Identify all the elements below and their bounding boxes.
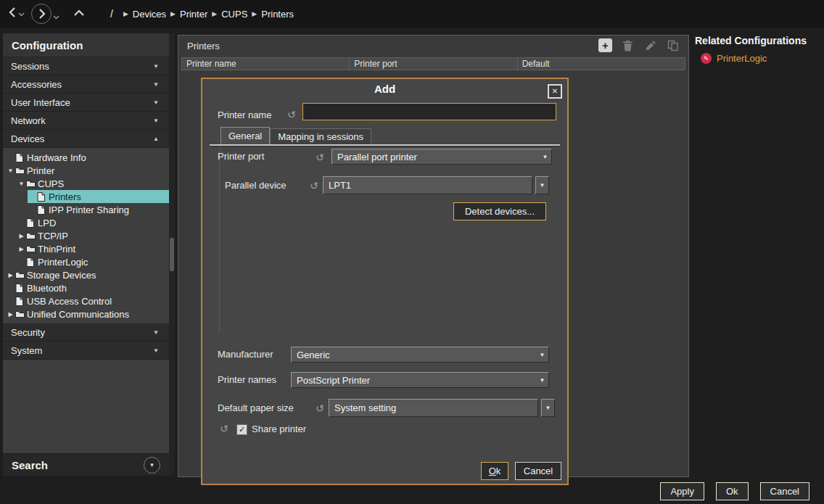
printers-table-header: Printer name Printer port Default: [181, 57, 685, 70]
devices-tree: Hardware Info ▼ Printer ▼ CUPS Printers …: [3, 148, 169, 323]
share-printer-checkbox[interactable]: ✓: [236, 424, 247, 435]
tree-item-hardware-info[interactable]: Hardware Info: [6, 151, 169, 164]
footer-buttons: Apply Ok Cancel: [660, 482, 809, 500]
breadcrumb-printer[interactable]: Printer: [180, 9, 207, 20]
folder-icon: [15, 167, 27, 175]
detect-devices-button[interactable]: Detect devices...: [453, 202, 546, 220]
tree-item-tcpip[interactable]: ▶ TCP/IP: [17, 229, 169, 242]
related-item-printerlogic[interactable]: ✎ PrinterLogic: [695, 53, 824, 64]
chevron-down-icon: ▼: [153, 347, 159, 354]
sidebar-section-sessions[interactable]: Sessions ▼: [3, 57, 169, 75]
search-expand-button[interactable]: ▼: [144, 457, 160, 474]
dialog-ok-button[interactable]: Ok: [481, 462, 508, 480]
paper-size-dropdown-button[interactable]: ▼: [541, 399, 555, 417]
breadcrumb-separator-icon: ▶: [170, 10, 176, 17]
chevron-down-icon: ▼: [153, 117, 159, 124]
printer-port-dropdown[interactable]: Parallel port printer ▼: [331, 149, 552, 165]
tree-item-storage-devices[interactable]: ▶ Storage Devices: [6, 268, 169, 281]
forward-button[interactable]: [31, 4, 59, 24]
dialog-title: Add: [202, 83, 567, 95]
tab-general[interactable]: General: [221, 127, 270, 144]
breadcrumb-separator-icon: ▶: [252, 10, 257, 17]
sidebar-scrollbar[interactable]: [169, 33, 175, 476]
reset-icon[interactable]: ↺: [220, 423, 228, 434]
chevron-right-icon[interactable]: ▶: [6, 272, 15, 278]
back-button[interactable]: [7, 7, 25, 21]
printer-names-label: Printer names: [218, 372, 276, 388]
tree-item-thinprint[interactable]: ▶ ThinPrint: [17, 242, 169, 255]
breadcrumb-separator-icon: ▶: [212, 10, 217, 17]
chevron-down-icon[interactable]: ▼: [6, 168, 15, 174]
sidebar-section-devices[interactable]: Devices ▲: [3, 130, 169, 148]
duplicate-button[interactable]: [666, 38, 680, 52]
chevron-right-icon[interactable]: ▶: [17, 246, 26, 252]
tree-item-unified-communications[interactable]: ▶ Unified Communications: [6, 307, 169, 321]
chevron-down-icon: ▼: [153, 81, 159, 88]
breadcrumb-root[interactable]: /: [110, 8, 113, 20]
column-printer-port[interactable]: Printer port: [350, 57, 517, 70]
sidebar-section-system[interactable]: System ▼: [3, 342, 169, 360]
document-icon: [15, 284, 27, 293]
parallel-device-combo[interactable]: LPT1: [323, 176, 532, 194]
chevron-down-icon[interactable]: ▼: [17, 181, 26, 187]
chevron-right-icon: [31, 4, 52, 24]
tree-item-printers[interactable]: Printers: [28, 190, 169, 203]
tree-item-printer[interactable]: ▼ Printer: [6, 164, 169, 177]
paper-size-label: Default paper size: [218, 400, 294, 416]
section-label: User Interface: [11, 97, 70, 108]
reset-icon[interactable]: ↺: [310, 180, 318, 191]
parallel-device-dropdown-button[interactable]: ▼: [535, 176, 549, 194]
apply-button[interactable]: Apply: [660, 482, 704, 500]
tree-item-bluetooth[interactable]: Bluetooth: [6, 281, 169, 294]
add-dialog: Add ✕ Printer name ↺ General Mapping in …: [201, 78, 569, 485]
chevron-down-icon: [18, 7, 25, 20]
up-button[interactable]: [73, 7, 85, 20]
document-icon: [15, 153, 27, 162]
chevron-down-icon: ▼: [539, 154, 551, 160]
close-icon[interactable]: ✕: [548, 84, 562, 99]
manufacturer-dropdown[interactable]: Generic ▼: [291, 347, 549, 363]
add-button[interactable]: +: [598, 38, 612, 52]
folder-icon: [15, 310, 27, 318]
section-label: System: [11, 345, 42, 356]
tree-item-lpd[interactable]: LPD: [17, 216, 169, 229]
printer-port-label: Printer port: [218, 149, 264, 165]
document-icon: [26, 218, 38, 228]
breadcrumb-cups[interactable]: CUPS: [221, 9, 247, 20]
breadcrumb-printers[interactable]: Printers: [261, 9, 294, 20]
breadcrumb-devices[interactable]: Devices: [133, 9, 166, 20]
chevron-right-icon[interactable]: ▶: [17, 233, 26, 239]
sidebar-section-network[interactable]: Network ▼: [3, 112, 169, 130]
sidebar-section-security[interactable]: Security ▼: [3, 323, 169, 342]
edit-button[interactable]: [643, 38, 657, 52]
share-printer-label: Share printer: [252, 421, 306, 437]
dialog-cancel-button[interactable]: Cancel: [515, 462, 561, 480]
column-default[interactable]: Default: [518, 57, 685, 70]
sidebar-section-accessories[interactable]: Accessories ▼: [3, 75, 169, 94]
ok-button[interactable]: Ok: [716, 482, 749, 500]
edit-badge-icon: ✎: [701, 53, 712, 64]
paper-size-combo[interactable]: System setting: [329, 399, 538, 417]
printer-name-input[interactable]: [302, 103, 556, 120]
scrollbar-thumb[interactable]: [170, 238, 174, 271]
document-icon: [37, 192, 49, 202]
tree-item-ipp-printer-sharing[interactable]: IPP Printer Sharing: [28, 203, 169, 216]
chevron-right-icon[interactable]: ▶: [6, 311, 15, 318]
printer-names-dropdown[interactable]: PostScript Printer ▼: [291, 372, 549, 388]
tree-item-cups[interactable]: ▼ CUPS: [17, 177, 169, 190]
column-printer-name[interactable]: Printer name: [181, 57, 350, 70]
tab-mapping-in-sessions[interactable]: Mapping in sessions: [270, 128, 371, 144]
search-bar: Search ▼: [3, 453, 169, 476]
reset-icon[interactable]: ↺: [287, 109, 296, 120]
delete-button[interactable]: [621, 38, 635, 52]
chevron-up-icon: ▲: [153, 136, 159, 142]
manufacturer-label: Manufacturer: [218, 347, 273, 363]
reset-icon[interactable]: ↺: [316, 152, 324, 163]
section-label: Network: [11, 115, 46, 126]
sidebar-section-user-interface[interactable]: User Interface ▼: [3, 94, 169, 112]
dialog-tabs: General Mapping in sessions: [221, 127, 371, 144]
reset-icon[interactable]: ↺: [316, 402, 324, 414]
tree-item-usb-access-control[interactable]: USB Access Control: [6, 294, 169, 307]
tree-item-printerlogic[interactable]: PrinterLogic: [17, 255, 169, 268]
cancel-button[interactable]: Cancel: [760, 482, 809, 500]
